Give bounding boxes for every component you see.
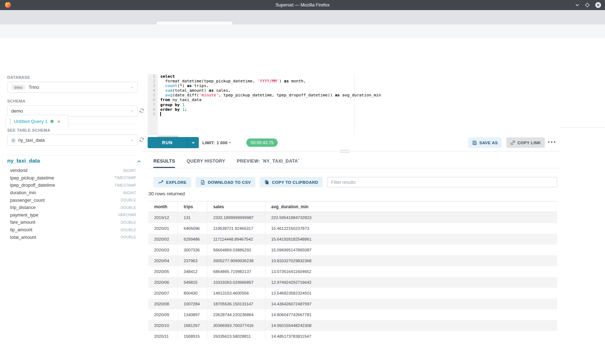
window-close-icon[interactable] <box>595 2 601 8</box>
table-row[interactable]: 2020/08100728418705536.15013114714.43642… <box>148 299 557 309</box>
schema-refresh-icon[interactable] <box>139 108 144 113</box>
drag-handle-icon[interactable] <box>10 118 11 125</box>
save-icon <box>472 140 477 145</box>
column-type: VARCHAR <box>118 213 136 217</box>
table-row[interactable]: 2020/0780043014913153.460055613.54682358… <box>148 288 557 299</box>
editor-code[interactable]: select format_datetime(tpep_pickup_datet… <box>160 74 381 117</box>
window-minimize-icon[interactable] <box>575 3 580 8</box>
limit-dropdown[interactable]: LIMIT: 1 000 ▾ <box>202 137 231 148</box>
copy-clipboard-button[interactable]: COPY TO CLIPBOARD <box>260 177 323 187</box>
table-schema-title[interactable]: ny_taxi_data <box>7 158 40 164</box>
table-cell: 1340897 <box>178 309 207 320</box>
results-tabbar: RESULTS QUERY HISTORY PREVIEW: `NY_TAXI_… <box>153 159 300 168</box>
code-line: count(*) as trips, <box>160 83 381 88</box>
query-timer-badge: 00:00:43.75 <box>246 138 278 147</box>
run-dropdown-icon[interactable] <box>187 137 199 148</box>
column-name: payment_type <box>10 213 39 218</box>
download-csv-button[interactable]: DOWNLOAD TO CSV <box>196 177 255 187</box>
pane-divider <box>142 151 560 151</box>
editor-gutter: 123456789 <box>148 74 158 135</box>
pane-resize-handle[interactable] <box>340 150 350 153</box>
schema-label: SCHEMA <box>7 99 26 103</box>
table-column-row[interactable]: vendoridBIGINT <box>10 167 136 174</box>
collapse-table-icon[interactable] <box>137 160 141 163</box>
table-column-row[interactable]: tpep_dropoff_datetimeTIMESTAMP <box>10 182 136 189</box>
table-cell: 2020/02 <box>148 234 178 245</box>
limit-value: 1 000 <box>216 141 227 145</box>
query-tab-untitled[interactable]: Untitled Query 1 × <box>6 115 68 128</box>
filter-results-input[interactable] <box>327 177 557 187</box>
superset-navbar: Superset Dashboards Charts SQL Lab▾ Data… <box>0 38 605 56</box>
schema-select-value: demo <box>11 108 23 114</box>
table-row[interactable]: 2020/09134089723628744.22023686414.80604… <box>148 309 557 320</box>
tabbar-underline <box>148 168 560 168</box>
save-as-button[interactable]: SAVE AS <box>468 137 502 148</box>
results-header-cell[interactable]: sales <box>207 201 265 212</box>
table-row[interactable]: 2020/0654981510319263.02996685712.974924… <box>148 277 557 288</box>
table-cell: 1681267 <box>178 320 207 331</box>
results-table: monthtripssalesavg_duration_min 2019/121… <box>148 201 557 340</box>
table-column-row[interactable]: fare_amountDOUBLE <box>10 219 136 226</box>
table-column-row[interactable]: tpep_pickup_datetimeTIMESTAMP <box>10 174 136 182</box>
window-title: Superset — Mozilla Firefox <box>0 0 605 10</box>
table-cell: 2020/01 <box>148 223 178 234</box>
column-name: passenger_count <box>10 198 45 203</box>
copy-link-button[interactable]: COPY LINK <box>506 137 545 148</box>
results-header-cell[interactable]: month <box>148 201 178 212</box>
table-cell: 3905277.8099936238 <box>207 255 265 266</box>
tab-query-history[interactable]: QUERY HISTORY <box>187 159 225 168</box>
table-row[interactable]: 2020/016405096119538721.9245631715.46122… <box>148 223 557 234</box>
table-column-row[interactable]: duration_minBIGINT <box>10 189 136 197</box>
link-icon <box>510 140 515 145</box>
column-type: DOUBLE <box>121 235 136 239</box>
table-cell: 223.59541984732823 <box>265 212 557 223</box>
browser-titlebar: Superset — Mozilla Firefox <box>0 0 605 10</box>
code-line: select <box>160 74 381 79</box>
table-column-row[interactable]: total_amountDOUBLE <box>10 233 136 241</box>
more-options-icon[interactable] <box>548 141 555 143</box>
table-row[interactable]: 2020/053484126854865.71998213713.0735164… <box>148 266 557 277</box>
results-header-cell[interactable]: avg_duration_min <box>265 201 557 212</box>
results-header-cell[interactable]: trips <box>178 201 207 212</box>
column-name: vendorid <box>10 168 27 173</box>
table-cell: 56664869.03886292 <box>207 245 265 255</box>
table-cell: 6854865.719982137 <box>207 266 265 277</box>
run-button[interactable]: RUN <box>148 137 199 148</box>
column-name: tpep_pickup_datetime <box>10 176 54 181</box>
explore-button[interactable]: EXPLORE <box>153 177 191 187</box>
table-column-row[interactable]: tip_amountDOUBLE <box>10 226 136 234</box>
table-row[interactable]: 2020/03300733656664869.0388629215.096995… <box>148 245 557 255</box>
table-row[interactable]: 2020/10168126730366993.70037741614.95015… <box>148 320 557 331</box>
query-tab-close-icon[interactable]: × <box>57 119 60 124</box>
table-row[interactable]: 2020/11150891526335623.5802881114.485173… <box>148 331 557 340</box>
table-column-row[interactable]: trip_distanceDOUBLE <box>10 204 136 211</box>
database-select[interactable]: trino Trino <box>7 82 138 93</box>
table-cell: 12.974924292716642 <box>265 277 557 288</box>
table-cell: 14.950155448242308 <box>265 320 557 331</box>
table-column-row[interactable]: payment_typeVARCHAR <box>10 211 136 219</box>
sql-editor[interactable]: 123456789 select format_datetime(tpep_pi… <box>148 74 560 135</box>
column-name: tip_amount <box>10 227 32 232</box>
table-refresh-icon[interactable] <box>139 137 144 142</box>
table-cell: 2020/11 <box>148 331 178 340</box>
table-column-row[interactable]: passenger_countDOUBLE <box>10 196 136 204</box>
tab-preview-table[interactable]: PREVIEW: `NY_TAXI_DATA` <box>237 159 300 168</box>
table-cell: 2020/08 <box>148 299 178 309</box>
window-maximize-icon[interactable] <box>585 3 590 8</box>
table-row[interactable]: 2020/026299486117114448.8946754215.64192… <box>148 234 557 245</box>
run-button-label[interactable]: RUN <box>148 137 187 148</box>
table-row[interactable]: 2020/042379633905277.809993623810.833327… <box>148 255 557 266</box>
table-cell: 2020/07 <box>148 288 178 299</box>
table-cell: 131 <box>178 212 207 223</box>
eye-icon: ◎ <box>11 137 15 143</box>
table-cell: 13.073516411604652 <box>265 266 557 277</box>
tab-results[interactable]: RESULTS <box>153 159 175 168</box>
table-cell: 1508915 <box>178 331 207 340</box>
column-type: BIGINT <box>124 191 136 195</box>
chevron-down-icon: ▾ <box>229 141 231 144</box>
table-row[interactable]: 2019/121312332.1899999999987223.59541984… <box>148 212 557 223</box>
divider <box>7 155 138 155</box>
table-select[interactable]: ◎ ny_taxi_data <box>7 135 138 146</box>
table-cell: 18705536.150131147 <box>207 299 265 309</box>
results-actions: EXPLORE DOWNLOAD TO CSV COPY TO CLIPBOAR… <box>153 177 557 187</box>
